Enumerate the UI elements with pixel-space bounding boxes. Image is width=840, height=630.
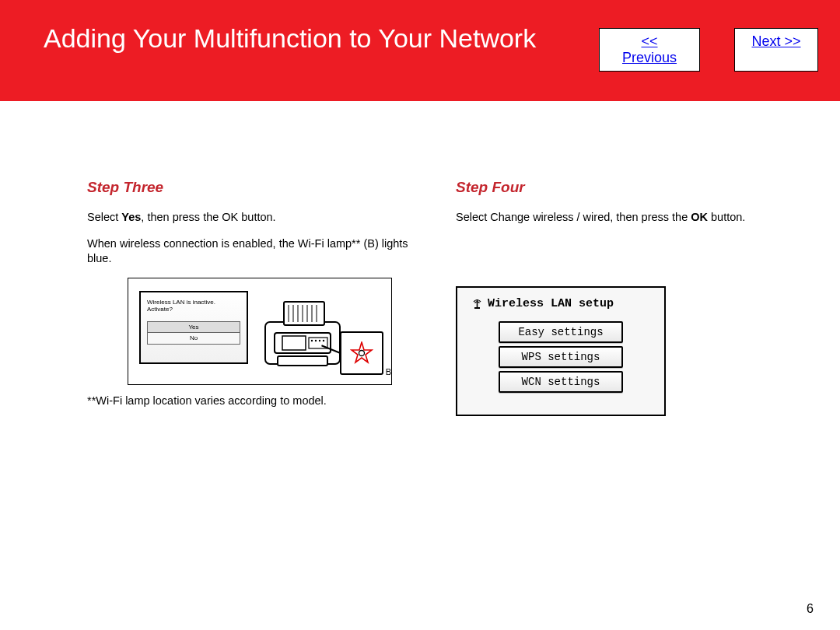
- step-three-footnote: **Wi-Fi lamp location varies according t…: [87, 394, 425, 407]
- svg-point-15: [323, 339, 324, 341]
- svg-point-14: [319, 339, 320, 341]
- svg-rect-16: [278, 356, 327, 366]
- svg-point-12: [311, 339, 313, 341]
- step-four-instruction-1: Select Change wireless / wired, then pre…: [456, 210, 793, 226]
- easy-settings-button: Easy settings: [499, 321, 623, 343]
- panel-title-text: Wireless LAN setup: [488, 297, 614, 310]
- dialog-option-yes: Yes: [148, 322, 240, 334]
- wireless-lan-setup-title: Wireless LAN setup: [471, 297, 653, 310]
- text: , then press the OK button.: [141, 211, 275, 223]
- printer-illustration-icon: [261, 289, 346, 373]
- step-three-instruction-1: Select Yes, then press the OK button.: [87, 210, 425, 226]
- step-three-heading: Step Three: [87, 179, 425, 196]
- wifi-lamp-callout: B: [340, 331, 383, 375]
- step-three-instruction-2: When wireless connection is enabled, the…: [87, 236, 425, 267]
- step-three-figure: Wireless LAN is inactive. Activate? Yes …: [128, 278, 392, 385]
- wcn-settings-button: WCN settings: [499, 371, 623, 393]
- bold-text: Yes: [121, 211, 141, 223]
- previous-button[interactable]: << Previous: [599, 28, 700, 72]
- step-three-column: Step Three Select Yes, then press the OK…: [87, 179, 425, 416]
- step-four-column: Step Four Select Change wireless / wired…: [456, 179, 793, 416]
- nav-button-group: << Previous Next >>: [599, 28, 818, 72]
- header-bar: Adding Your Multifunction to Your Networ…: [0, 0, 840, 101]
- wps-settings-button: WPS settings: [499, 346, 623, 368]
- printer-dialog-screen: Wireless LAN is inactive. Activate? Yes …: [139, 291, 248, 364]
- text: Select: [87, 211, 121, 223]
- svg-rect-10: [282, 336, 306, 350]
- text: button.: [708, 211, 745, 223]
- svg-rect-2: [284, 302, 324, 325]
- callout-label-b: B: [386, 367, 391, 376]
- step-four-heading: Step Four: [456, 179, 793, 196]
- step-four-figure: Wireless LAN setup Easy settings WPS set…: [456, 286, 666, 416]
- dialog-option-no: No: [148, 333, 240, 344]
- svg-point-13: [315, 339, 317, 341]
- wifi-lamp-star-icon: [350, 341, 373, 365]
- svg-point-18: [359, 350, 365, 355]
- antenna-icon: [471, 298, 483, 309]
- dialog-line-2: Activate?: [147, 306, 240, 313]
- content-area: Step Three Select Yes, then press the OK…: [0, 101, 840, 447]
- next-button[interactable]: Next >>: [734, 28, 818, 72]
- bold-text: OK: [691, 211, 708, 223]
- text: Select Change wireless / wired, then pre…: [456, 211, 691, 223]
- page-number: 6: [807, 602, 814, 616]
- dialog-line-1: Wireless LAN is inactive.: [147, 299, 240, 306]
- svg-rect-20: [474, 307, 480, 309]
